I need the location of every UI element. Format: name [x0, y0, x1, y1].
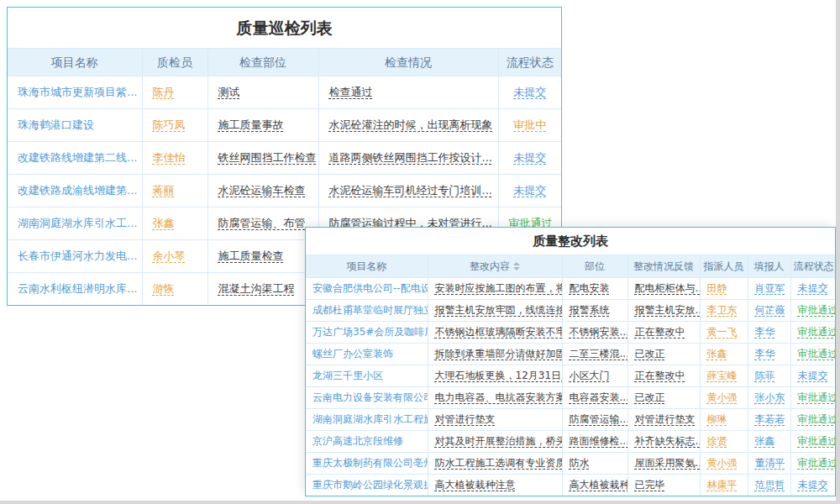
process-status: 未提交 [513, 86, 546, 98]
inspection-part: 水泥砼运输车检查 [218, 184, 306, 197]
rectification-column-header-1: 整改内容 [428, 255, 562, 278]
rectify-content: 拆除到承重墙部分请做好加固... [435, 348, 563, 360]
rectify-content: 高大植被栽种注意 [435, 479, 516, 491]
rectify-part: 报警系统 [570, 304, 610, 316]
rectify-part: 路面维修检... [570, 435, 628, 447]
project-name-link[interactable]: 京沪高速北京段维修 [312, 435, 403, 447]
reporter-name: 李华 [755, 326, 775, 338]
inspection-row: 改建铁路线增建第二线...李佳怡铁丝网围挡工作检查道路两侧铁丝网围挡工作按设计.… [8, 142, 561, 175]
assignee-name: 黄小强 [707, 457, 738, 469]
column-label: 流程状态 [507, 55, 554, 69]
inspection-situation: 水泥砼灌注的时候，出现离析现象 [329, 118, 493, 131]
rectify-feedback: 配电柜柜体与... [635, 282, 701, 294]
process-status: 未提交 [798, 282, 828, 294]
project-name-link[interactable]: 湖南洞庭湖水库引水工程施工1标 [312, 413, 428, 425]
reporter-name: 李华 [755, 348, 775, 360]
rectify-content: 安装时应按施工图的布置，将... [435, 282, 563, 294]
project-name-link[interactable]: 万达广场35#会所及咖啡厅空... [312, 326, 428, 338]
inspection-situation: 水泥砼运输车司机经过专门培训... [329, 184, 492, 197]
project-name-link[interactable]: 成都杜甫草堂临时展厅独立展... [312, 304, 428, 316]
inspection-part: 测试 [218, 86, 240, 98]
column-label: 流程状态 [794, 260, 834, 272]
reporter-name: 董清平 [755, 457, 785, 469]
project-name-link[interactable]: 重庆太极制药有限公司亳州中... [312, 457, 428, 469]
rectify-part: 防水 [570, 457, 590, 469]
process-status: 未提交 [513, 184, 546, 197]
rectify-part: 高大植被栽种 [570, 479, 628, 491]
rectify-feedback: 补齐缺失标志... [635, 435, 701, 447]
process-status: 未提交 [798, 479, 828, 491]
rectification-list-card: 质量整改列表 项目名称整改内容部位整改情况反馈指派人员填报人流程状态 安徽合肥供… [305, 227, 836, 496]
rectification-row: 湖南洞庭湖水库引水工程施工1标对管进行垫支防腐管运输...对管进行垫支柳琳李若若… [306, 409, 835, 431]
assignee-name: 李卫东 [707, 304, 738, 316]
inspection-list-title: 质量巡检列表 [8, 8, 561, 48]
rectification-list-title: 质量整改列表 [306, 228, 835, 255]
inspection-part: 施工质量事故 [218, 118, 284, 131]
inspection-part: 混凝土沟渠工程 [218, 282, 295, 295]
window-edge-bottom [0, 501, 840, 504]
inspection-part: 铁丝网围挡工作检查 [218, 151, 317, 164]
rectify-feedback: 正在整改中 [635, 370, 685, 381]
process-status: 审批通过 [798, 457, 836, 469]
inspection-row: 珠海市城市更新项目紫...陈丹测试检查通过未提交 [8, 76, 561, 109]
rectify-part: 防腐管运输... [570, 413, 628, 425]
project-name-link[interactable]: 云南水利枢纽潜明水库... [18, 282, 137, 295]
rectification-column-header-2: 部位 [562, 255, 627, 278]
project-name-link[interactable]: 安徽合肥供电公司--配电设备... [312, 282, 428, 294]
rectify-part: 配电安装 [570, 282, 610, 294]
project-name-link[interactable]: 改建铁路线增建第二线... [18, 151, 137, 164]
process-status: 未提交 [798, 370, 828, 381]
rectify-content: 不锈钢边框玻璃隔断安装不牢... [435, 326, 563, 338]
inspection-column-header-0: 项目名称 [8, 49, 142, 76]
inspection-part: 施工质量检查 [218, 249, 284, 262]
rectify-feedback: 正在整改中 [635, 326, 685, 338]
project-name-link[interactable]: 长春市伊通河水力发电... [18, 249, 137, 262]
project-name-link[interactable]: 湖南洞庭湖水库引水工... [18, 217, 137, 229]
assignee-name: 黄小强 [707, 391, 738, 403]
project-name-link[interactable]: 重庆市鹅岭公园绿化景观提升... [312, 479, 428, 491]
process-status: 审批通过 [798, 348, 836, 360]
inspection-column-header-1: 质检员 [142, 49, 207, 76]
project-name-link[interactable]: 改建铁路成渝线增建第... [18, 184, 137, 197]
process-status: 未提交 [513, 151, 546, 164]
project-name-link[interactable]: 螺丝厂办公室装饰 [312, 348, 393, 360]
assignee-name: 林康平 [707, 479, 738, 491]
project-name-link[interactable]: 珠海鹤港口建设 [18, 118, 94, 131]
rectification-table: 项目名称整改内容部位整改情况反馈指派人员填报人流程状态 安徽合肥供电公司--配电… [306, 255, 835, 496]
project-name-link[interactable]: 珠海市城市更新项目紫... [18, 86, 137, 98]
assignee-name: 田静 [707, 282, 727, 294]
rectify-feedback: 屋面采用聚氨... [635, 457, 701, 469]
rectify-content: 防水工程施工选调有专业资质... [435, 457, 563, 469]
rectification-row: 京沪高速北京段维修对其及时开展整治措施，桥头...路面维修检...补齐缺失标志.… [306, 431, 835, 453]
column-label: 整改内容 [470, 260, 510, 272]
reporter-name: 张小东 [755, 391, 785, 403]
inspection-column-header-2: 检查部位 [207, 49, 318, 76]
rectification-column-header-0: 项目名称 [306, 255, 428, 278]
rectification-row: 成都杜甫草堂临时展厅独立展...报警主机安放牢固，线缆连接...报警系统报警主机… [306, 300, 835, 322]
inspector-name: 蒋丽 [153, 184, 175, 197]
reporter-name: 张鑫 [755, 435, 775, 447]
inspector-name: 游恢 [153, 282, 175, 295]
column-label: 指派人员 [704, 260, 744, 272]
inspection-header-row: 项目名称质检员检查部位检查情况流程状态 [8, 49, 561, 76]
rectification-column-header-5: 填报人 [748, 255, 790, 278]
column-label: 项目名称 [51, 55, 98, 69]
sort-icon[interactable] [513, 262, 520, 270]
inspector-name: 陈巧凤 [153, 118, 186, 131]
rectify-part: 不锈钢安装... [570, 326, 628, 338]
process-status: 审批中 [513, 118, 546, 131]
inspector-name: 余小琴 [153, 249, 186, 262]
rectification-column-header-3: 整改情况反馈 [627, 255, 700, 278]
rectification-row: 重庆太极制药有限公司亳州中...防水工程施工选调有专业资质...防水屋面采用聚氨… [306, 453, 835, 475]
rectify-part: 小区大门 [570, 370, 610, 381]
rectification-row: 云南电力设备安装有限公司20...电力电容器、电抗器安装方案...电容器安装..… [306, 387, 835, 409]
rectification-row: 龙湖三千里小区大理石地板更换，12月31日之...小区大门正在整改中薛宝峰陈菲未… [306, 365, 835, 387]
project-name-link[interactable]: 龙湖三千里小区 [312, 370, 383, 381]
rectify-content: 大理石地板更换，12月31日之... [435, 370, 563, 381]
window-edge-right [836, 0, 840, 504]
column-label: 部位 [585, 260, 605, 272]
rectify-feedback: 报警主机安放... [635, 304, 701, 316]
project-name-link[interactable]: 云南电力设备安装有限公司20... [312, 391, 428, 403]
process-status: 审批通过 [798, 304, 836, 316]
column-label: 整改情况反馈 [633, 260, 694, 272]
